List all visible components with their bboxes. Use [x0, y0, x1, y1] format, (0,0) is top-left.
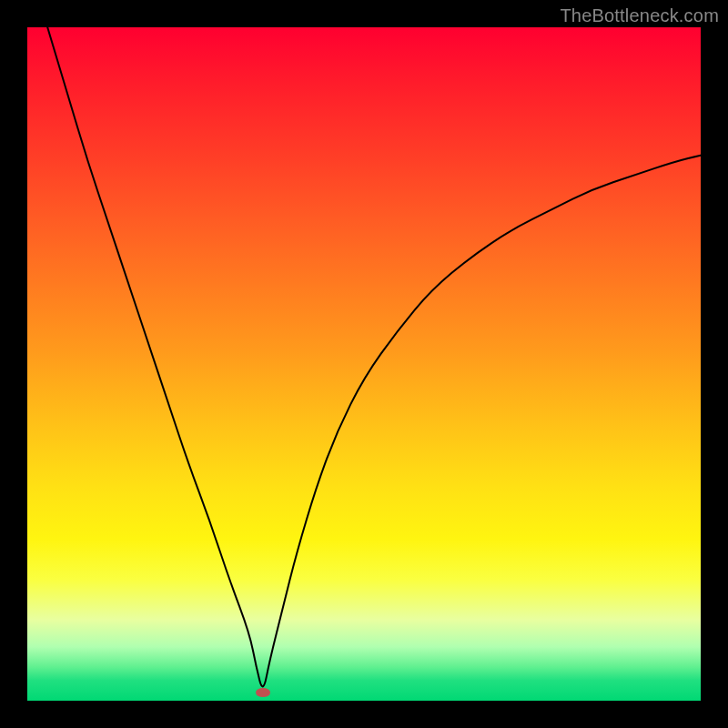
minimum-marker [256, 688, 270, 697]
chart-plot-area [27, 27, 701, 701]
bottleneck-curve-line [47, 27, 701, 686]
chart-svg [27, 27, 701, 701]
chart-frame: TheBottleneck.com [0, 0, 728, 728]
watermark-text: TheBottleneck.com [560, 5, 719, 26]
